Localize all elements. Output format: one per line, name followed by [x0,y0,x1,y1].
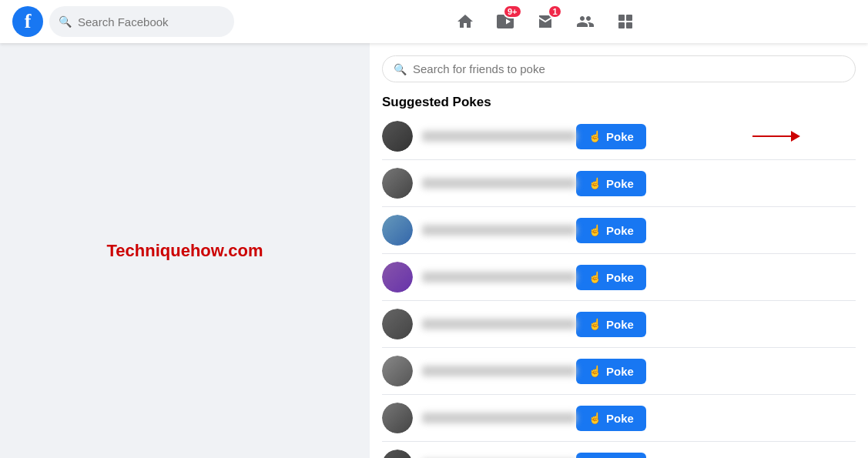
person-name-blurred [422,366,576,376]
arrow-indicator [752,131,800,142]
nav-groups-button[interactable] [567,3,604,40]
avatar-image [382,309,413,339]
avatar-image [382,356,413,386]
poke-list-item: ☝ Poke [382,442,856,458]
poke-list-item: ☝ Poke [382,254,856,301]
video-badge: 9+ [503,5,522,18]
poke-list-item: ☝ Poke [382,207,856,254]
avatar-image [382,121,413,152]
person-name-blurred [422,225,576,236]
poke-button-label: Poke [606,412,634,425]
person-name-blurred [422,413,576,423]
poke-button-label: Poke [606,271,634,284]
facebook-logo-letter: f [25,12,32,32]
avatar [382,215,413,246]
svg-rect-3 [626,22,632,28]
poke-button[interactable]: ☝ Poke [576,312,646,337]
nav-video-button[interactable]: 9+ [487,3,524,40]
svg-rect-0 [618,15,625,21]
person-name-blurred [422,178,576,189]
poke-search-icon: 🔍 [394,63,407,75]
facebook-logo[interactable]: f [12,6,43,37]
marketplace-badge: 1 [548,5,561,18]
suggested-pokes-title: Suggested Pokes [382,95,856,110]
poke-button-label: Poke [606,318,634,331]
poke-button[interactable]: ☝ Poke [576,124,646,149]
poke-search-input[interactable] [413,62,844,75]
top-navbar: f 🔍 9+ 1 [0,0,868,43]
poke-list-item: ☝ Poke [382,348,856,395]
left-panel: Techniquehow.com [0,43,370,458]
page-layout: Techniquehow.com 🔍 Suggested Pokes [0,43,868,458]
poke-button[interactable]: ☝ Poke [576,453,646,459]
poke-button-label: Poke [606,224,634,237]
avatar [382,121,413,152]
avatar [382,356,413,386]
nav-home-button[interactable] [447,3,484,40]
arrow-line [752,135,791,137]
avatar [382,309,413,339]
poke-icon: ☝ [588,412,602,424]
poke-list-item: ☝ Poke [382,395,856,442]
nav-menu-button[interactable] [607,3,644,40]
poke-button-label: Poke [606,365,634,378]
avatar [382,450,413,458]
svg-rect-2 [618,22,625,28]
poke-search-container[interactable]: 🔍 [382,55,856,82]
poke-button[interactable]: ☝ Poke [576,406,646,431]
poke-list-item: ☝ Poke [382,301,856,348]
poke-icon: ☝ [588,365,602,377]
global-search-bar[interactable]: 🔍 [49,6,234,37]
poke-icon: ☝ [588,130,602,142]
person-name-blurred [422,272,576,282]
poke-icon: ☝ [588,318,602,330]
poke-button[interactable]: ☝ Poke [576,359,646,384]
person-name-blurred [422,319,576,329]
global-search-input[interactable] [78,15,225,28]
avatar [382,168,413,199]
person-name-blurred [422,131,576,142]
poke-button-label: Poke [606,130,634,143]
arrow-head [791,131,800,142]
poke-button[interactable]: ☝ Poke [576,171,646,196]
avatar-image [382,403,413,433]
nav-icons-group: 9+ 1 [234,3,856,40]
avatar [382,262,413,293]
poke-button[interactable]: ☝ Poke [576,218,646,243]
red-arrow [752,131,800,142]
poke-button[interactable]: ☝ Poke [576,265,646,290]
avatar [382,403,413,433]
right-panel: 🔍 Suggested Pokes ☝ Poke [370,43,868,458]
poke-list-item: ☝ Poke [382,113,856,160]
avatar-image [382,262,413,293]
watermark-text: Techniquehow.com [107,241,263,261]
nav-marketplace-button[interactable]: 1 [527,3,564,40]
poke-list-item: ☝ Poke [382,160,856,207]
poke-icon: ☝ [588,224,602,236]
poke-icon: ☝ [588,177,602,189]
poke-list: ☝ Poke ☝ Poke [382,113,856,458]
global-search-icon: 🔍 [59,15,72,28]
poke-icon: ☝ [588,271,602,283]
avatar-image [382,168,413,199]
svg-rect-1 [626,15,632,21]
avatar-image [382,450,413,458]
poke-button-label: Poke [606,177,634,190]
avatar-image [382,215,413,246]
